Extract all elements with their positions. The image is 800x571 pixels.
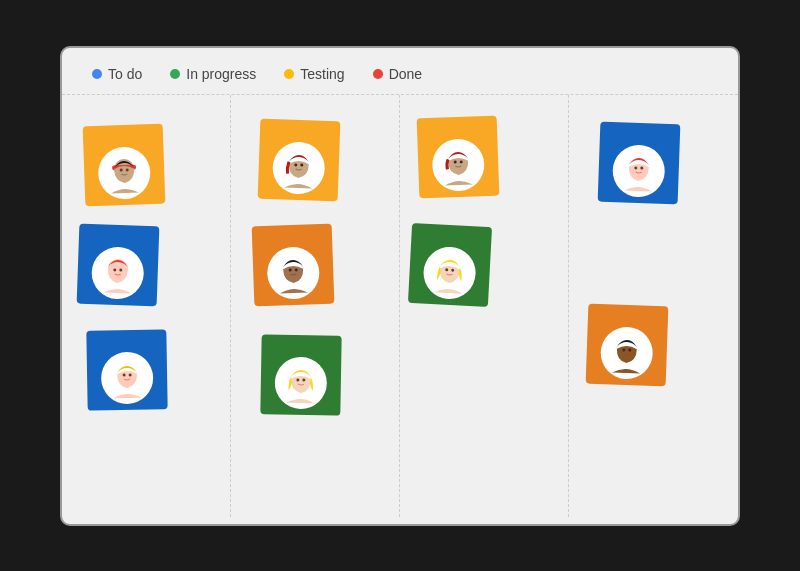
sticky-ip-3[interactable] <box>260 334 341 415</box>
todo-label: To do <box>108 66 142 82</box>
sticky-test-1[interactable] <box>417 115 500 198</box>
columns-container <box>62 95 738 517</box>
avatar-done-2 <box>600 326 654 380</box>
avatar-todo-3 <box>101 351 154 404</box>
sticky-done-1[interactable] <box>598 121 681 204</box>
avatar-ip-3 <box>274 356 327 409</box>
done-label: Done <box>389 66 422 82</box>
column-done <box>569 95 738 517</box>
legend-item-inprogress: In progress <box>170 66 256 82</box>
sticky-done-2[interactable] <box>586 303 669 386</box>
done-dot <box>373 69 383 79</box>
avatar-test-2 <box>422 245 477 300</box>
avatar-test-1 <box>431 138 485 192</box>
column-inprogress <box>231 95 400 517</box>
avatar-todo-2 <box>91 246 145 300</box>
sticky-ip-1[interactable] <box>258 118 341 201</box>
inprogress-label: In progress <box>186 66 256 82</box>
sticky-todo-3[interactable] <box>86 329 167 410</box>
sticky-todo-1[interactable] <box>83 123 166 206</box>
sticky-test-2[interactable] <box>408 222 492 306</box>
testing-label: Testing <box>300 66 344 82</box>
legend-item-testing: Testing <box>284 66 344 82</box>
avatar-done-1 <box>612 144 666 198</box>
kanban-board: To do In progress Testing Done <box>60 46 740 526</box>
column-testing <box>400 95 569 517</box>
avatar-todo-1 <box>97 146 151 200</box>
inprogress-dot <box>170 69 180 79</box>
column-todo <box>62 95 231 517</box>
legend-item-todo: To do <box>92 66 142 82</box>
testing-dot <box>284 69 294 79</box>
legend: To do In progress Testing Done <box>62 48 738 95</box>
legend-item-done: Done <box>373 66 422 82</box>
avatar-ip-1 <box>272 141 326 195</box>
sticky-ip-2[interactable] <box>252 223 335 306</box>
sticky-todo-2[interactable] <box>77 223 160 306</box>
avatar-ip-2 <box>266 246 320 300</box>
todo-dot <box>92 69 102 79</box>
